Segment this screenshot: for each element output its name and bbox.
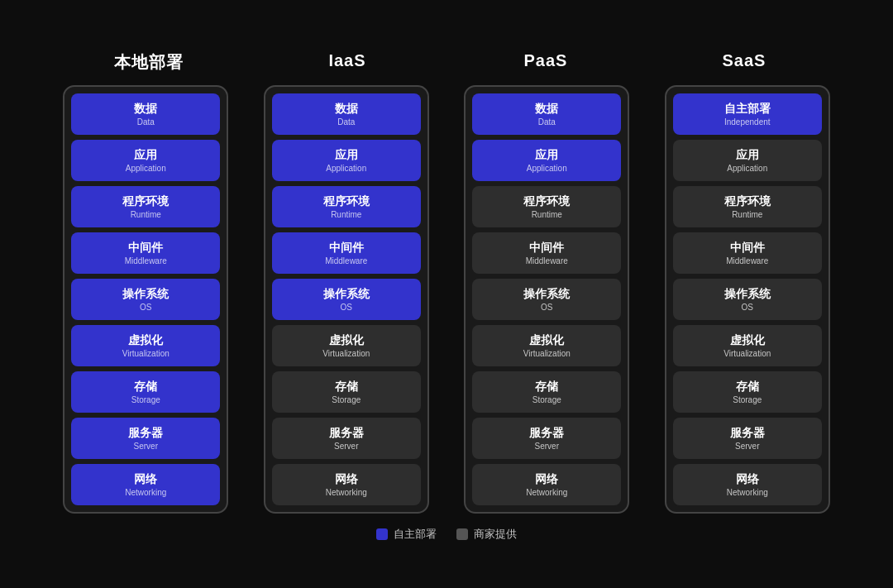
cell-zh-paas-6: 存储 bbox=[535, 379, 558, 394]
cell-saas-7: 服务器Server bbox=[673, 418, 822, 459]
cell-zh-saas-4: 操作系统 bbox=[724, 286, 771, 301]
cell-zh-paas-2: 程序环境 bbox=[523, 194, 570, 208]
cell-saas-5: 虚拟化Virtualization bbox=[673, 325, 822, 366]
cell-zh-on-premise-6: 存储 bbox=[134, 379, 157, 394]
cell-zh-saas-2: 程序环境 bbox=[724, 194, 771, 208]
cell-on-premise-7: 服务器Server bbox=[71, 418, 220, 459]
cell-zh-on-premise-5: 虚拟化 bbox=[128, 332, 163, 347]
cell-zh-on-premise-1: 应用 bbox=[134, 147, 157, 162]
column-paas: 数据Data应用Application程序环境Runtime中间件Middlew… bbox=[464, 85, 629, 514]
cell-en-on-premise-7: Server bbox=[134, 441, 158, 452]
cell-en-iaas-3: Middleware bbox=[325, 256, 367, 266]
cell-paas-5: 虚拟化Virtualization bbox=[472, 325, 621, 366]
cell-zh-paas-8: 网络 bbox=[535, 471, 558, 486]
cell-saas-4: 操作系统OS bbox=[673, 279, 822, 320]
cell-en-on-premise-2: Runtime bbox=[131, 209, 161, 220]
column-on-premise: 数据Data应用Application程序环境Runtime中间件Middlew… bbox=[63, 85, 228, 514]
cell-en-paas-8: Networking bbox=[526, 487, 567, 498]
cell-on-premise-6: 存储Storage bbox=[71, 371, 220, 413]
legend: 自主部署 商家提供 bbox=[376, 527, 517, 542]
cell-zh-paas-4: 操作系统 bbox=[523, 286, 570, 301]
cell-iaas-3: 中间件Middleware bbox=[272, 232, 421, 274]
cell-on-premise-1: 应用Application bbox=[71, 140, 220, 181]
cell-en-saas-4: OS bbox=[742, 302, 753, 313]
cell-zh-on-premise-0: 数据 bbox=[134, 101, 157, 116]
cell-zh-iaas-5: 虚拟化 bbox=[329, 332, 364, 347]
col-header-paas: PaaS bbox=[463, 51, 628, 74]
cell-paas-2: 程序环境Runtime bbox=[472, 186, 621, 227]
cell-en-on-premise-1: Application bbox=[126, 163, 166, 174]
cell-en-on-premise-5: Virtualization bbox=[122, 348, 170, 359]
cell-en-paas-1: Application bbox=[527, 163, 567, 174]
cell-en-paas-4: OS bbox=[541, 302, 552, 313]
cell-en-saas-7: Server bbox=[735, 441, 759, 452]
cell-iaas-0: 数据Data bbox=[272, 93, 421, 135]
cell-saas-2: 程序环境Runtime bbox=[673, 186, 822, 227]
cell-iaas-8: 网络Networking bbox=[272, 464, 421, 505]
cell-en-paas-3: Middleware bbox=[526, 256, 568, 266]
cell-zh-on-premise-4: 操作系统 bbox=[122, 286, 169, 301]
columns-header: 本地部署IaaSPaaSSaaS bbox=[50, 51, 843, 74]
cell-paas-3: 中间件Middleware bbox=[472, 232, 621, 274]
cell-zh-iaas-8: 网络 bbox=[335, 471, 358, 486]
col-header-saas: SaaS bbox=[661, 51, 827, 74]
cell-iaas-7: 服务器Server bbox=[272, 418, 421, 459]
cell-paas-8: 网络Networking bbox=[472, 464, 621, 505]
cell-saas-1: 应用Application bbox=[673, 140, 822, 181]
cell-iaas-2: 程序环境Runtime bbox=[272, 186, 421, 227]
cell-zh-on-premise-2: 程序环境 bbox=[122, 194, 169, 208]
cell-paas-0: 数据Data bbox=[472, 93, 621, 135]
cell-en-on-premise-8: Networking bbox=[125, 487, 166, 498]
cell-zh-iaas-6: 存储 bbox=[335, 379, 358, 394]
cell-en-on-premise-0: Data bbox=[137, 117, 155, 127]
legend-item-blue: 自主部署 bbox=[376, 527, 437, 542]
legend-item-dark: 商家提供 bbox=[456, 527, 517, 542]
cell-zh-paas-1: 应用 bbox=[535, 147, 558, 162]
cell-on-premise-4: 操作系统OS bbox=[71, 279, 220, 320]
cell-zh-iaas-2: 程序环境 bbox=[323, 194, 370, 208]
cell-saas-8: 网络Networking bbox=[673, 464, 822, 505]
cell-en-iaas-0: Data bbox=[337, 117, 355, 127]
cell-zh-on-premise-3: 中间件 bbox=[128, 240, 163, 255]
legend-label-dark: 商家提供 bbox=[474, 527, 517, 542]
cell-zh-saas-5: 虚拟化 bbox=[730, 332, 765, 347]
cell-en-saas-0: Independent bbox=[724, 117, 771, 127]
cell-zh-saas-0: 自主部署 bbox=[724, 101, 771, 116]
cell-zh-iaas-1: 应用 bbox=[335, 147, 358, 162]
cell-zh-iaas-7: 服务器 bbox=[329, 425, 364, 440]
cell-en-iaas-5: Virtualization bbox=[322, 348, 370, 359]
cell-on-premise-3: 中间件Middleware bbox=[71, 232, 220, 274]
cell-en-paas-6: Storage bbox=[532, 394, 561, 405]
cell-on-premise-0: 数据Data bbox=[71, 93, 220, 135]
cell-saas-3: 中间件Middleware bbox=[673, 232, 822, 274]
cell-en-paas-7: Server bbox=[535, 441, 559, 452]
cell-en-on-premise-6: Storage bbox=[131, 394, 160, 405]
cell-paas-6: 存储Storage bbox=[472, 371, 621, 413]
cell-zh-saas-6: 存储 bbox=[736, 379, 759, 394]
cell-zh-iaas-0: 数据 bbox=[335, 101, 358, 116]
legend-dot-dark bbox=[456, 528, 468, 540]
column-iaas: 数据Data应用Application程序环境Runtime中间件Middlew… bbox=[264, 85, 429, 514]
cell-en-on-premise-4: OS bbox=[140, 302, 151, 313]
cell-en-on-premise-3: Middleware bbox=[125, 256, 167, 266]
cell-iaas-1: 应用Application bbox=[272, 140, 421, 181]
columns-body: 数据Data应用Application程序环境Runtime中间件Middlew… bbox=[50, 85, 843, 514]
cell-zh-paas-0: 数据 bbox=[535, 101, 558, 116]
cell-on-premise-8: 网络Networking bbox=[71, 464, 220, 505]
cell-paas-1: 应用Application bbox=[472, 140, 621, 181]
cell-zh-saas-7: 服务器 bbox=[730, 425, 765, 440]
cell-en-paas-0: Data bbox=[538, 117, 556, 127]
cell-iaas-4: 操作系统OS bbox=[272, 279, 421, 320]
cell-en-iaas-8: Networking bbox=[326, 487, 367, 498]
cell-zh-on-premise-7: 服务器 bbox=[128, 425, 163, 440]
col-header-iaas: IaaS bbox=[265, 51, 430, 74]
cell-en-saas-1: Application bbox=[727, 163, 767, 174]
cell-on-premise-5: 虚拟化Virtualization bbox=[71, 325, 220, 366]
cell-en-iaas-1: Application bbox=[326, 163, 366, 174]
col-header-on-premise: 本地部署 bbox=[66, 51, 232, 74]
cell-en-saas-6: Storage bbox=[733, 394, 762, 405]
cell-on-premise-2: 程序环境Runtime bbox=[71, 186, 220, 227]
main-container: 本地部署IaaSPaaSSaaS 数据Data应用Application程序环境… bbox=[0, 35, 893, 554]
cell-saas-6: 存储Storage bbox=[673, 371, 822, 413]
cell-iaas-6: 存储Storage bbox=[272, 371, 421, 413]
